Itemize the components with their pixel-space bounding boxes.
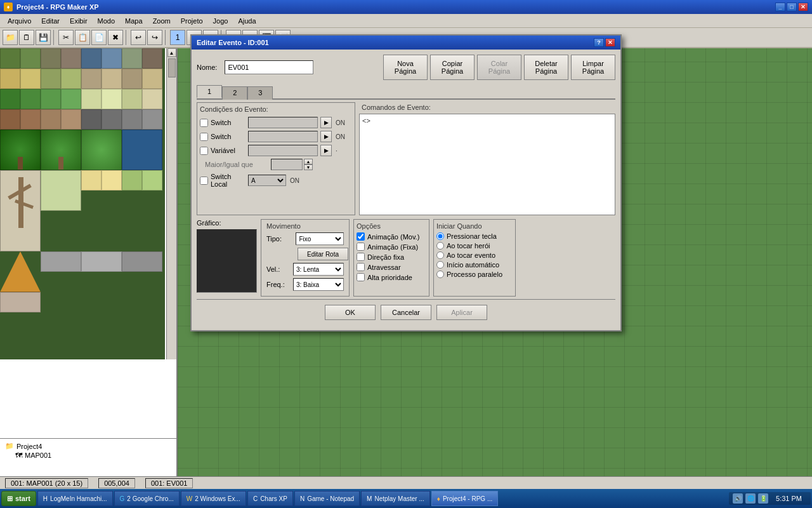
name-input[interactable] (225, 60, 313, 74)
graphic-box[interactable] (197, 229, 257, 293)
dialog-close-button[interactable]: ✕ (605, 38, 615, 47)
tool-delete[interactable]: ✖ (108, 30, 123, 45)
start-button[interactable]: ⊞ start (1, 491, 36, 506)
maximize-button[interactable]: □ (787, 3, 797, 11)
taskbar-notepad[interactable]: N Game - Notepad (294, 491, 360, 506)
menu-mapa[interactable]: Mapa (120, 16, 148, 26)
switch-local-select[interactable]: ABCD (248, 175, 286, 186)
copiar-pagina-button[interactable]: CopiarPágina (430, 55, 475, 80)
chars-label: Chars XP (260, 495, 287, 502)
tocar-heroi-radio[interactable] (436, 242, 444, 250)
switch1-checkbox[interactable] (200, 119, 208, 127)
commands-content[interactable]: <> (360, 114, 615, 203)
vel-select[interactable]: 1: Mais Lenta 2: Mais Lenta 3: Lenta 4: … (293, 263, 344, 276)
tab-2[interactable]: 2 (222, 86, 247, 100)
maior-up-arrow[interactable]: ▲ (304, 159, 313, 164)
window-title: Project4 - RPG Maker XP (16, 3, 99, 11)
taskbar-clock: 5:31 PM (771, 495, 807, 502)
tree-project[interactable]: 📁 Project4 (3, 441, 174, 451)
tool-layer1[interactable]: 1 (170, 30, 185, 45)
variavel-input[interactable] (248, 145, 318, 156)
taskbar-hamachi[interactable]: H LogMeIn Hamachi... (37, 491, 113, 506)
animacao-fixa-checkbox[interactable] (357, 243, 365, 251)
paralelo-radio[interactable] (436, 271, 444, 278)
switch1-arrow[interactable]: ▶ (320, 117, 332, 128)
tool-undo[interactable]: ↩ (131, 30, 146, 45)
tab-1[interactable]: 1 (197, 85, 222, 98)
tileset-scrollbar[interactable]: ▲ (166, 48, 176, 359)
taskbar-chars[interactable]: C Chars XP (247, 491, 293, 506)
maior-down-arrow[interactable]: ▼ (304, 164, 313, 170)
dialog-footer: OK Cancelar Aplicar (197, 299, 615, 325)
menu-zoom[interactable]: Zoom (148, 16, 176, 26)
variavel-label: Variável (211, 147, 246, 154)
tocar-evento-radio[interactable] (436, 251, 444, 259)
switch2-input[interactable] (248, 131, 318, 142)
menu-arquivo[interactable]: Arquivo (3, 16, 36, 26)
tab-3[interactable]: 3 (247, 86, 273, 100)
commands-panel[interactable]: <> (359, 114, 615, 215)
editar-rota-button[interactable]: Editar Rota (298, 248, 348, 260)
menu-modo[interactable]: Modo (93, 16, 121, 26)
tool-new[interactable]: 📁 (3, 30, 18, 45)
variavel-checkbox[interactable] (200, 147, 208, 155)
deletar-pagina-button[interactable]: DeletarPágina (524, 55, 568, 80)
menu-ajuda[interactable]: Ajuda (233, 16, 261, 26)
direcao-fixa-checkbox[interactable] (357, 253, 365, 261)
switch-local-checkbox[interactable] (200, 177, 208, 185)
close-button[interactable]: ✕ (798, 3, 808, 11)
nova-pagina-button[interactable]: NovaPágina (383, 55, 428, 80)
freq-select[interactable]: 1: Mais Baixa 2: Mais Baixa 3: Baixa 4: … (293, 278, 344, 291)
menu-projeto[interactable]: Projeto (176, 16, 208, 26)
trigger-panel: Iniciar Quando Pressionar tecla Ao tocar… (433, 219, 516, 297)
tool-paste[interactable]: 📄 (91, 30, 107, 45)
switch1-input[interactable] (248, 117, 318, 128)
limpar-pagina-button[interactable]: LimparPágina (571, 55, 615, 80)
menu-editar[interactable]: Editar (36, 16, 65, 26)
ok-button[interactable]: OK (325, 305, 376, 320)
paralelo-label: Processo paralelo (447, 271, 502, 278)
tool-copy[interactable]: 📋 (75, 30, 90, 45)
animacao-fixa-label: Animação (Fixa) (367, 243, 418, 251)
menu-exibir[interactable]: Exibir (65, 16, 93, 26)
trig-paralelo: Processo paralelo (436, 271, 513, 278)
netplay-icon: M (367, 495, 372, 502)
colar-pagina-button[interactable]: ColarPágina (477, 55, 521, 80)
minimize-button[interactable]: _ (775, 3, 785, 11)
pressionar-radio[interactable] (436, 232, 444, 240)
alta-prioridade-checkbox[interactable] (357, 273, 365, 281)
trig-pressionar: Pressionar tecla (436, 232, 513, 240)
tree-map[interactable]: 🗺 MAP001 (3, 451, 174, 460)
scroll-thumb[interactable] (168, 58, 176, 77)
scroll-up[interactable]: ▲ (167, 48, 176, 57)
tool-open[interactable]: 🗒 (19, 30, 34, 45)
separator-3 (165, 30, 167, 45)
tipo-select[interactable]: Fixo Aleatório Acima Abaixo (296, 232, 344, 245)
inicio-auto-radio[interactable] (436, 261, 444, 269)
tool-redo[interactable]: ↪ (147, 30, 162, 45)
event-editor-dialog: Editar Evento - ID:001 ? ✕ Nome: NovaPág… (190, 34, 622, 331)
atravessar-checkbox[interactable] (357, 263, 365, 271)
taskbar-chrome[interactable]: G 2 Google Chro... (114, 491, 180, 506)
trig-tocar-heroi: Ao tocar herói (436, 242, 513, 250)
apply-button[interactable]: Aplicar (436, 305, 487, 320)
tool-cut[interactable]: ✂ (58, 30, 74, 45)
animacao-mov-checkbox[interactable] (357, 232, 365, 241)
options-panel: Opções Animação (Mov.) Animação (Fixa) D… (353, 219, 429, 297)
switch2-arrow[interactable]: ▶ (320, 131, 332, 142)
maior-row: Maior/Igual que ▲ ▼ (200, 159, 352, 170)
switch2-checkbox[interactable] (200, 133, 208, 141)
menu-jogo[interactable]: Jogo (208, 16, 233, 26)
page-tabs: 1 2 3 (197, 85, 615, 100)
taskbar-tray: 🔊 🌐 🔋 5:31 PM (729, 492, 811, 505)
dialog-help-button[interactable]: ? (594, 38, 604, 47)
taskbar-netplay[interactable]: M Netplay Master ... (361, 491, 430, 506)
animacao-mov-label: Animação (Mov.) (367, 233, 419, 241)
variavel-arrow[interactable]: ▶ (320, 145, 332, 156)
taskbar-rpgmaker[interactable]: ♦ Project4 - RPG ... (431, 491, 498, 506)
start-label: start (15, 495, 30, 502)
taskbar-explorer[interactable]: W 2 Windows Ex... (181, 491, 246, 506)
cancel-button[interactable]: Cancelar (381, 305, 431, 320)
tool-save[interactable]: 💾 (36, 30, 51, 45)
maior-input[interactable] (271, 159, 303, 170)
